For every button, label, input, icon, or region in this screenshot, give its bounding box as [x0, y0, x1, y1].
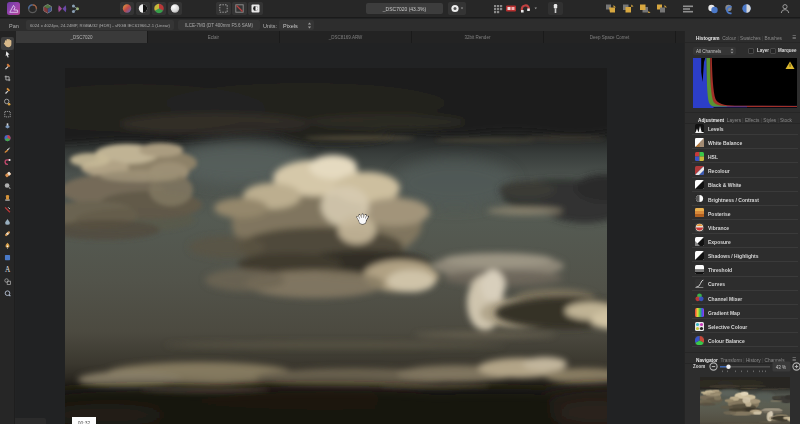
svg-text:A: A [5, 266, 11, 274]
